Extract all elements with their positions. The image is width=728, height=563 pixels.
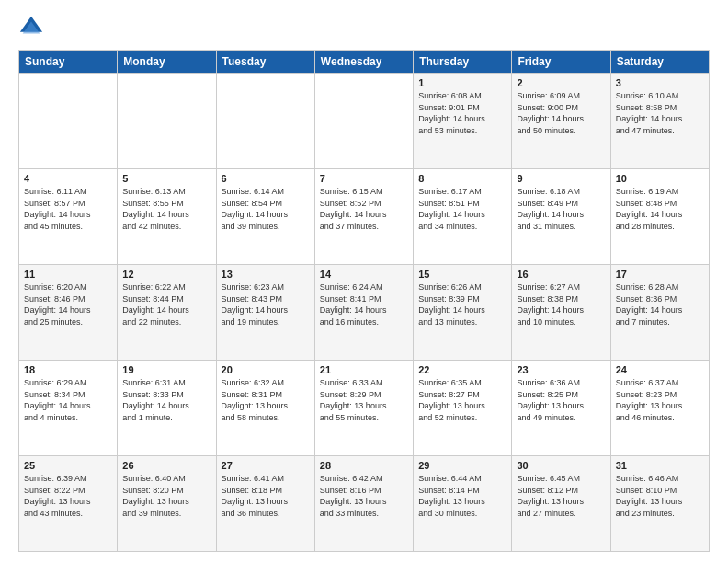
cell-daylight-info: Sunrise: 6:39 AM Sunset: 8:22 PM Dayligh… (24, 473, 112, 519)
calendar-cell: 18Sunrise: 6:29 AM Sunset: 8:34 PM Dayli… (19, 361, 118, 456)
cell-daylight-info: Sunrise: 6:10 AM Sunset: 8:58 PM Dayligh… (616, 90, 704, 136)
day-number: 13 (222, 269, 310, 280)
day-number: 3 (616, 77, 704, 88)
day-number: 18 (24, 364, 112, 375)
calendar-cell: 25Sunrise: 6:39 AM Sunset: 8:22 PM Dayli… (19, 456, 118, 552)
cell-daylight-info: Sunrise: 6:45 AM Sunset: 8:12 PM Dayligh… (517, 473, 605, 519)
cell-daylight-info: Sunrise: 6:35 AM Sunset: 8:27 PM Dayligh… (418, 377, 506, 423)
day-number: 14 (320, 269, 408, 280)
calendar-cell: 11Sunrise: 6:20 AM Sunset: 8:46 PM Dayli… (19, 265, 118, 361)
day-number: 7 (320, 173, 408, 184)
day-number: 4 (24, 173, 112, 184)
cell-daylight-info: Sunrise: 6:22 AM Sunset: 8:44 PM Dayligh… (122, 282, 210, 327)
day-number: 20 (222, 364, 310, 375)
cell-daylight-info: Sunrise: 6:28 AM Sunset: 8:36 PM Dayligh… (616, 282, 704, 327)
calendar-cell: 21Sunrise: 6:33 AM Sunset: 8:29 PM Dayli… (314, 361, 413, 456)
weekday-header-thursday: Thursday (414, 51, 512, 74)
weekday-header-wednesday: Wednesday (314, 51, 413, 74)
logo (18, 15, 48, 40)
day-number: 11 (24, 269, 112, 280)
calendar-cell (314, 74, 413, 169)
calendar-cell: 2Sunrise: 6:09 AM Sunset: 9:00 PM Daylig… (512, 74, 610, 169)
week-row-2: 11Sunrise: 6:20 AM Sunset: 8:46 PM Dayli… (19, 265, 710, 361)
calendar-cell: 30Sunrise: 6:45 AM Sunset: 8:12 PM Dayli… (512, 456, 610, 552)
day-number: 17 (616, 269, 704, 280)
cell-daylight-info: Sunrise: 6:11 AM Sunset: 8:57 PM Dayligh… (24, 186, 112, 232)
day-number: 9 (517, 173, 605, 184)
day-number: 22 (418, 364, 506, 375)
day-number: 19 (122, 364, 210, 375)
calendar-cell: 5Sunrise: 6:13 AM Sunset: 8:55 PM Daylig… (118, 169, 216, 265)
calendar-page: SundayMondayTuesdayWednesdayThursdayFrid… (0, 0, 728, 563)
calendar-cell: 22Sunrise: 6:35 AM Sunset: 8:27 PM Dayli… (414, 361, 512, 456)
cell-daylight-info: Sunrise: 6:29 AM Sunset: 8:34 PM Dayligh… (24, 377, 112, 423)
cell-daylight-info: Sunrise: 6:40 AM Sunset: 8:20 PM Dayligh… (122, 473, 210, 519)
calendar-table: SundayMondayTuesdayWednesdayThursdayFrid… (18, 50, 710, 552)
calendar-cell (19, 74, 118, 169)
cell-daylight-info: Sunrise: 6:08 AM Sunset: 9:01 PM Dayligh… (418, 90, 506, 136)
weekday-header-monday: Monday (118, 51, 216, 74)
day-number: 29 (418, 460, 506, 471)
calendar-cell (118, 74, 216, 169)
cell-daylight-info: Sunrise: 6:44 AM Sunset: 8:14 PM Dayligh… (418, 473, 506, 519)
calendar-cell: 23Sunrise: 6:36 AM Sunset: 8:25 PM Dayli… (512, 361, 610, 456)
cell-daylight-info: Sunrise: 6:14 AM Sunset: 8:54 PM Dayligh… (222, 186, 310, 232)
weekday-header-friday: Friday (512, 51, 610, 74)
calendar-cell: 20Sunrise: 6:32 AM Sunset: 8:31 PM Dayli… (216, 361, 314, 456)
header (18, 15, 710, 40)
cell-daylight-info: Sunrise: 6:18 AM Sunset: 8:49 PM Dayligh… (517, 186, 605, 232)
calendar-cell: 19Sunrise: 6:31 AM Sunset: 8:33 PM Dayli… (118, 361, 216, 456)
calendar-cell: 15Sunrise: 6:26 AM Sunset: 8:39 PM Dayli… (414, 265, 512, 361)
cell-daylight-info: Sunrise: 6:42 AM Sunset: 8:16 PM Dayligh… (320, 473, 408, 519)
week-row-1: 4Sunrise: 6:11 AM Sunset: 8:57 PM Daylig… (19, 169, 710, 265)
cell-daylight-info: Sunrise: 6:31 AM Sunset: 8:33 PM Dayligh… (122, 377, 210, 423)
calendar-cell: 24Sunrise: 6:37 AM Sunset: 8:23 PM Dayli… (610, 361, 709, 456)
calendar-cell: 1Sunrise: 6:08 AM Sunset: 9:01 PM Daylig… (414, 74, 512, 169)
logo-icon (18, 15, 44, 40)
day-number: 25 (24, 460, 112, 471)
calendar-cell: 27Sunrise: 6:41 AM Sunset: 8:18 PM Dayli… (216, 456, 314, 552)
calendar-cell: 4Sunrise: 6:11 AM Sunset: 8:57 PM Daylig… (19, 169, 118, 265)
week-row-3: 18Sunrise: 6:29 AM Sunset: 8:34 PM Dayli… (19, 361, 710, 456)
calendar-cell: 16Sunrise: 6:27 AM Sunset: 8:38 PM Dayli… (512, 265, 610, 361)
calendar-cell: 26Sunrise: 6:40 AM Sunset: 8:20 PM Dayli… (118, 456, 216, 552)
week-row-0: 1Sunrise: 6:08 AM Sunset: 9:01 PM Daylig… (19, 74, 710, 169)
cell-daylight-info: Sunrise: 6:26 AM Sunset: 8:39 PM Dayligh… (418, 282, 506, 327)
day-number: 6 (222, 173, 310, 184)
cell-daylight-info: Sunrise: 6:36 AM Sunset: 8:25 PM Dayligh… (517, 377, 605, 423)
day-number: 24 (616, 364, 704, 375)
cell-daylight-info: Sunrise: 6:20 AM Sunset: 8:46 PM Dayligh… (24, 282, 112, 327)
calendar-cell: 8Sunrise: 6:17 AM Sunset: 8:51 PM Daylig… (414, 169, 512, 265)
calendar-cell: 6Sunrise: 6:14 AM Sunset: 8:54 PM Daylig… (216, 169, 314, 265)
day-number: 15 (418, 269, 506, 280)
weekday-header-row: SundayMondayTuesdayWednesdayThursdayFrid… (19, 51, 710, 74)
day-number: 12 (122, 269, 210, 280)
week-row-4: 25Sunrise: 6:39 AM Sunset: 8:22 PM Dayli… (19, 456, 710, 552)
calendar-cell: 17Sunrise: 6:28 AM Sunset: 8:36 PM Dayli… (610, 265, 709, 361)
cell-daylight-info: Sunrise: 6:17 AM Sunset: 8:51 PM Dayligh… (418, 186, 506, 232)
day-number: 26 (122, 460, 210, 471)
calendar-cell: 12Sunrise: 6:22 AM Sunset: 8:44 PM Dayli… (118, 265, 216, 361)
cell-daylight-info: Sunrise: 6:13 AM Sunset: 8:55 PM Dayligh… (122, 186, 210, 232)
day-number: 2 (517, 77, 605, 88)
cell-daylight-info: Sunrise: 6:33 AM Sunset: 8:29 PM Dayligh… (320, 377, 408, 423)
day-number: 10 (616, 173, 704, 184)
calendar-cell: 3Sunrise: 6:10 AM Sunset: 8:58 PM Daylig… (610, 74, 709, 169)
weekday-header-sunday: Sunday (19, 51, 118, 74)
weekday-header-saturday: Saturday (610, 51, 709, 74)
day-number: 21 (320, 364, 408, 375)
cell-daylight-info: Sunrise: 6:19 AM Sunset: 8:48 PM Dayligh… (616, 186, 704, 232)
day-number: 28 (320, 460, 408, 471)
cell-daylight-info: Sunrise: 6:32 AM Sunset: 8:31 PM Dayligh… (222, 377, 310, 423)
cell-daylight-info: Sunrise: 6:23 AM Sunset: 8:43 PM Dayligh… (222, 282, 310, 327)
cell-daylight-info: Sunrise: 6:27 AM Sunset: 8:38 PM Dayligh… (517, 282, 605, 327)
calendar-cell: 14Sunrise: 6:24 AM Sunset: 8:41 PM Dayli… (314, 265, 413, 361)
calendar-cell: 9Sunrise: 6:18 AM Sunset: 8:49 PM Daylig… (512, 169, 610, 265)
day-number: 27 (222, 460, 310, 471)
cell-daylight-info: Sunrise: 6:15 AM Sunset: 8:52 PM Dayligh… (320, 186, 408, 232)
day-number: 5 (122, 173, 210, 184)
calendar-cell: 7Sunrise: 6:15 AM Sunset: 8:52 PM Daylig… (314, 169, 413, 265)
day-number: 8 (418, 173, 506, 184)
calendar-cell: 31Sunrise: 6:46 AM Sunset: 8:10 PM Dayli… (610, 456, 709, 552)
weekday-header-tuesday: Tuesday (216, 51, 314, 74)
